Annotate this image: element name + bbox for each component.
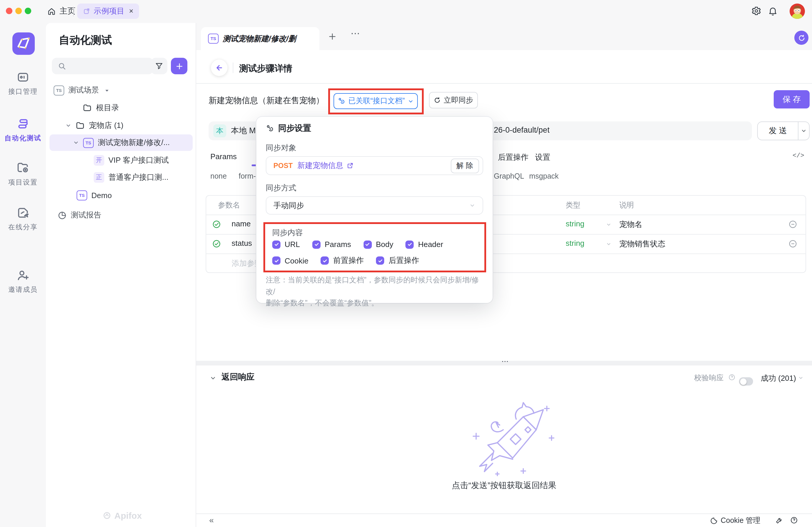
tree-item-pet-store[interactable]: 宠物店 (1) — [46, 117, 216, 134]
param-name[interactable]: name — [232, 219, 251, 228]
rail-item-online-share[interactable]: 在线分享 — [0, 206, 46, 232]
sync-content-row1: URL Params Body Header — [272, 240, 443, 249]
http-method-badge: POST — [273, 161, 293, 170]
tree-label: 宠物店 (1) — [89, 120, 124, 131]
tab-test-pet-scenario[interactable]: TS 测试宠物新建/修改/删 — [201, 27, 319, 50]
checkbox-url[interactable]: URL — [272, 240, 300, 249]
sync-content-row2: Cookie 前置操作 后置操作 — [272, 255, 419, 266]
checkbox-pre-operations[interactable]: 前置操作 — [321, 255, 364, 266]
link-icon — [266, 124, 274, 133]
sync-settings-popup: 同步设置 同步对象 POST 新建宠物信息 解 除 同步方式 手动同步 同步内容… — [256, 117, 493, 303]
home-nav[interactable]: 主页 — [47, 5, 75, 18]
close-window-button[interactable] — [6, 8, 12, 14]
dropdown-caret-icon[interactable] — [104, 87, 110, 93]
sync-fab-button[interactable] — [794, 31, 809, 45]
param-name[interactable]: status — [232, 239, 252, 247]
param-desc[interactable]: 宠物销售状态 — [619, 239, 665, 250]
param-type[interactable]: string — [566, 239, 584, 247]
popup-note: 注意：当前关联的是“接口文档”，参数同步的时候只会同步新增/修改/ 删除“参数名… — [266, 275, 485, 309]
tree-label: 测试场景 — [68, 85, 99, 96]
help-circle-icon[interactable] — [728, 374, 735, 381]
checkbox-cookie[interactable]: Cookie — [272, 256, 308, 265]
body-type-msgpack[interactable]: msgpack — [529, 172, 559, 180]
type-chevron-icon[interactable] — [606, 241, 612, 247]
new-tab-icon[interactable] — [328, 32, 336, 41]
project-tab-label: 示例项目 — [94, 6, 124, 16]
body-type-none[interactable]: none — [211, 172, 227, 180]
rocket-fox-illustration — [464, 397, 559, 476]
help-icon[interactable] — [790, 516, 798, 524]
param-enabled-check-icon[interactable] — [212, 239, 221, 248]
sync-now-button[interactable]: 立即同步 — [429, 92, 478, 109]
col-header-type: 类型 — [566, 200, 580, 211]
tree-label: 测试报告 — [71, 210, 101, 220]
back-button[interactable] — [211, 59, 228, 76]
step-name[interactable]: 新建宠物信息（新建在售宠物） — [208, 96, 324, 106]
filter-button[interactable] — [151, 58, 168, 74]
env-badge[interactable]: 本 — [213, 124, 226, 137]
code-view-icon[interactable]: </> — [793, 152, 804, 159]
search-input[interactable] — [52, 58, 153, 74]
project-tab[interactable]: 示例项目 × — [77, 3, 139, 19]
cookie-icon — [710, 517, 718, 525]
collapse-chevron-icon[interactable] — [210, 375, 216, 381]
cookie-manager-button[interactable]: Cookie 管理 — [710, 516, 760, 526]
app-logo[interactable] — [12, 32, 35, 55]
param-desc[interactable]: 宠物名 — [619, 219, 642, 230]
chevron-expanded-icon[interactable] — [73, 140, 79, 146]
tab-settings[interactable]: 设置 — [535, 152, 550, 163]
linked-api-link[interactable]: 新建宠物信息 — [297, 160, 353, 171]
unlink-button[interactable]: 解 除 — [450, 158, 479, 173]
folder-icon — [83, 103, 92, 113]
checkbox-params[interactable]: Params — [312, 240, 351, 249]
checkbox-body[interactable]: Body — [364, 240, 393, 249]
param-type[interactable]: string — [566, 219, 584, 228]
zoom-window-button[interactable] — [25, 8, 31, 14]
linked-doc-label: 已关联“接口文档” — [348, 96, 405, 106]
ts-scenario-icon: TS — [83, 138, 94, 148]
user-avatar[interactable] — [789, 3, 805, 19]
remove-row-icon[interactable] — [788, 239, 797, 248]
tree-item-test-scenarios[interactable]: TS 测试场景 — [46, 82, 204, 98]
validate-response-toggle[interactable] — [739, 377, 753, 386]
sync-mode-select[interactable]: 手动同步 — [266, 196, 483, 215]
splitter-handle[interactable]: ⋯ — [196, 361, 812, 366]
tree-item-test-pet-scenario-selected[interactable]: TS 测试宠物新建/修改/... — [49, 134, 193, 151]
rail-item-api-management[interactable]: 接口管理 — [0, 71, 46, 96]
send-split-button[interactable]: 发 送 — [757, 122, 810, 140]
chevron-expanded-icon[interactable] — [66, 123, 71, 129]
checkbox-post-operations[interactable]: 后置操作 — [376, 255, 419, 266]
sync-icon — [434, 97, 441, 104]
titlebar: 主页 示例项目 × — [0, 0, 812, 23]
linked-doc-dropdown[interactable]: 已关联“接口文档” — [334, 93, 418, 109]
editor-tabbar: TS 测试宠物新建/修改/删 ⋯ — [196, 23, 812, 50]
tree-item-test-reports[interactable]: 测试报告 — [46, 207, 208, 224]
tab-post-operations[interactable]: 后置操作 — [498, 152, 528, 163]
notifications-bell-icon[interactable] — [768, 6, 778, 16]
tab-params[interactable]: Params — [211, 152, 237, 161]
project-tab-close-icon[interactable]: × — [129, 7, 133, 15]
response-status-select[interactable]: 成功 (201) — [761, 373, 796, 384]
status-chevron-icon[interactable] — [798, 375, 804, 381]
minimize-window-button[interactable] — [15, 8, 22, 14]
type-chevron-icon[interactable] — [606, 222, 612, 228]
rail-item-invite-members[interactable]: 邀请成员 — [0, 269, 46, 294]
settings-gear-icon[interactable] — [751, 6, 761, 16]
chevron-down-icon — [408, 98, 414, 104]
tools-wrench-icon[interactable] — [775, 516, 783, 524]
annotation-box-linked-doc: 已关联“接口文档” — [328, 88, 424, 114]
new-scenario-button[interactable] — [171, 58, 187, 74]
send-button-label[interactable]: 发 送 — [758, 126, 798, 136]
body-type-graphql[interactable]: GraphQL — [494, 172, 524, 180]
drag-dots-icon: ⋯ — [502, 357, 509, 366]
remove-row-icon[interactable] — [788, 220, 797, 229]
param-enabled-check-icon[interactable] — [212, 220, 221, 229]
save-button[interactable]: 保 存 — [774, 90, 810, 109]
rail-item-project-settings[interactable]: 项目设置 — [0, 161, 46, 187]
checkbox-header[interactable]: Header — [406, 240, 443, 249]
send-options-chevron-icon[interactable] — [798, 128, 809, 134]
collapse-sidebar-icon[interactable]: « — [209, 515, 214, 525]
tree-label: 测试宠物新建/修改/... — [98, 137, 170, 148]
more-tabs-icon[interactable]: ⋯ — [351, 28, 361, 39]
rail-item-automated-testing[interactable]: 自动化测试 — [0, 117, 46, 143]
